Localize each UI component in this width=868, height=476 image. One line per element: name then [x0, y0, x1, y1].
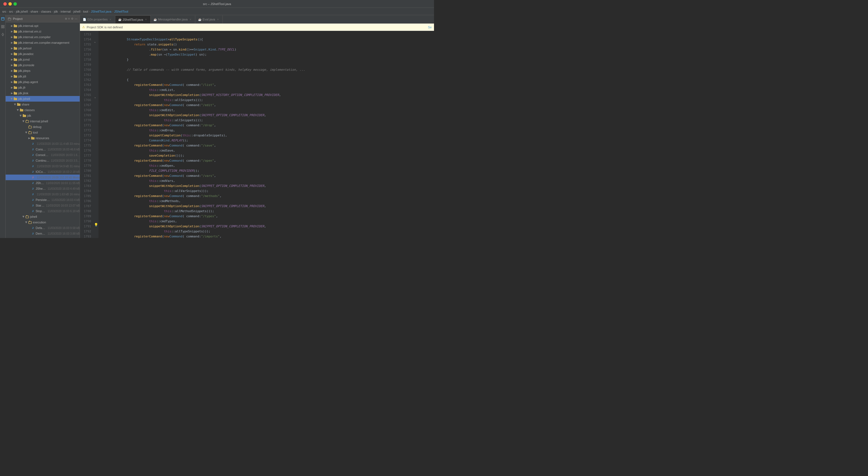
breadcrumb-share[interactable]: share: [31, 10, 38, 13]
svg-rect-43: [23, 115, 26, 117]
svg-rect-20: [14, 47, 15, 48]
tree-item-jdk-jartool[interactable]: ▶ jdk.jartool: [6, 46, 80, 51]
tree-item-jshelltool-java[interactable]: ▶ J JShellTool.java 12/03/2020 18:09 152…: [6, 175, 80, 180]
tree-item-jshell[interactable]: ▶ jshell: [6, 214, 80, 219]
tree-item-jdk-folder[interactable]: ▶ jdk: [6, 113, 80, 118]
breadcrumb-jshelltool[interactable]: JShellTool: [114, 10, 128, 13]
code-line-1774: CommandKind.REPLAY));: [101, 138, 432, 143]
tree-item-startup[interactable]: ▶ J Startup 11/03/2020 16:03 13.07 kB: [6, 203, 80, 208]
tab-eval-close[interactable]: ×: [216, 18, 220, 21]
svg-rect-51: [31, 137, 34, 140]
tree-item-share[interactable]: ▶ share: [6, 101, 80, 107]
tree-item-execution[interactable]: ▶ execution: [6, 219, 80, 225]
tree-item-jdk-jdwp-agent[interactable]: ▶ jdk.jdwp.agent: [6, 79, 80, 85]
tab-messagehandler-close[interactable]: ×: [189, 18, 192, 21]
tree-item-message-handler[interactable]: ▶ J MessageHandler 11/03/2020 16:03 1.63…: [6, 191, 80, 197]
breadcrumb-classes[interactable]: classes: [41, 10, 51, 13]
tab-eval-java[interactable]: ☕ Eval.java ×: [195, 16, 223, 23]
tree-item-arg-tokenizer[interactable]: ▶ J ArgTokenizer 11/03/2020 16:03 11.4 k…: [6, 141, 80, 147]
tab-l10n-close[interactable]: ×: [109, 18, 112, 21]
locate-icon[interactable]: ⊕: [65, 17, 67, 20]
window-title: src – JShellTool.java: [203, 2, 231, 6]
tree-item-persistent-storage[interactable]: ▶ J PersistentStorage 11/03/2020 16:03 4…: [6, 197, 80, 203]
tree-item-tool[interactable]: ▶ tool: [6, 130, 80, 135]
breadcrumb-jdk-jshell[interactable]: jdk.jshell: [16, 10, 28, 13]
breadcrumb-src[interactable]: src: [2, 10, 6, 13]
tree-item-internal-jshell[interactable]: ▶ internal.jshell: [6, 118, 80, 124]
tree-item-debug[interactable]: ▶ debug: [6, 124, 80, 130]
warning-action[interactable]: Se: [428, 26, 432, 29]
breadcrumb-src2[interactable]: src: [9, 10, 13, 13]
svg-point-6: [2, 34, 4, 35]
svg-rect-46: [26, 120, 27, 120]
tab-jshelltool-close[interactable]: ×: [144, 18, 148, 21]
tree-item-jdk-jcmd[interactable]: ▶ jdk.jcmd: [6, 57, 80, 62]
tab-jshelltool-java[interactable]: ☕ JShellTool.java ×: [115, 16, 151, 23]
svg-rect-19: [14, 48, 17, 50]
code-content[interactable]: Stream<TypeDeclSnippet> allTypeSnippets(…: [98, 31, 434, 238]
close-button[interactable]: [3, 2, 7, 6]
tree-item-stop-detecting-input-stream[interactable]: ▶ J StopDetectingInputStream 11/03/2020 …: [6, 208, 80, 214]
tree-item-direct-execution-control[interactable]: ▶ J DirectExecutionControl 11/03/2020 16…: [6, 236, 80, 238]
tree-item-feedback[interactable]: ▶ J Feedback 11/03/2020 16:03 54.9 kB 31…: [6, 163, 80, 169]
breadcrumb-tool[interactable]: tool: [83, 10, 88, 13]
tree-item-jdk-jdi[interactable]: ▶ jdk.jdi: [6, 73, 80, 79]
maximize-button[interactable]: [13, 2, 17, 6]
intention-bulb[interactable]: 💡: [94, 223, 98, 227]
svg-rect-34: [14, 86, 15, 87]
svg-rect-10: [9, 18, 9, 18]
layout-icon[interactable]: ≡: [68, 17, 70, 20]
code-line-1758: }: [101, 57, 432, 62]
sidebar-icon-project[interactable]: [0, 16, 5, 21]
tree-item-console-io-context[interactable]: ▶ J ConsoleIOContext 11/03/2020 16:03 46…: [6, 147, 80, 152]
svg-rect-37: [14, 98, 17, 100]
fold-icon-1755[interactable]: ▸: [95, 41, 96, 43]
code-line-1779: this::cmdOpen,: [101, 163, 432, 169]
breadcrumb-internal[interactable]: internal: [61, 10, 71, 13]
tree-item-jdk-internal-opt[interactable]: ▶ jdk.internal.opt: [6, 23, 80, 29]
tree-item-jdk-jshell[interactable]: ▶ jdk.jshell: [6, 96, 80, 101]
tree-item-continuous-completion-provider[interactable]: ▶ J ContinuousCompletionProvider 11/03/2…: [6, 158, 80, 163]
code-line-1764: this::cmdList,: [101, 88, 432, 93]
collapse-icon[interactable]: —: [74, 17, 78, 20]
svg-rect-41: [20, 109, 23, 112]
svg-rect-4: [1, 27, 2, 28]
tree-item-jdk-internal-vm-compiler[interactable]: ▶ jdk.internal.vm.compiler: [6, 34, 80, 40]
tree-item-jdk-jdeps[interactable]: ▶ jdk.jdeps: [6, 68, 80, 73]
code-line-1754: Stream<TypeDeclSnippet> allTypeSnippets(…: [101, 37, 432, 42]
breadcrumb-jshelltool-java[interactable]: JShellTool.java: [91, 10, 112, 13]
settings-icon[interactable]: ⚙: [71, 17, 73, 20]
breadcrumb-jdk[interactable]: jdk: [54, 10, 58, 13]
tree-item-jshelltool-builder[interactable]: ▶ J JShellToolBuilder 11/03/2020 16:03 1…: [6, 180, 80, 186]
tree-item-io-context[interactable]: ▶ J IOContext 11/03/2020 16:03 2.18 kB: [6, 169, 80, 175]
tree-item-classes[interactable]: ▶ classes: [6, 107, 80, 113]
tree-item-jdk-jconsole[interactable]: ▶ jdk.jconsole: [6, 62, 80, 68]
minimize-button[interactable]: [8, 2, 12, 6]
sidebar-icon-commit[interactable]: [0, 32, 5, 37]
tree-item-console-io-context-test-support[interactable]: ▶ J ConsoleIOContextTestSupport 11/03/20…: [6, 152, 80, 158]
tab-message-handler-java[interactable]: ☕ MessageHandler.java ×: [151, 16, 195, 23]
tree-item-jshelltool-provider[interactable]: ▶ J JShellToolProvider 11/03/2020 16:03 …: [6, 186, 80, 191]
svg-rect-39: [17, 103, 21, 106]
tree-item-resources[interactable]: ▶ resources: [6, 135, 80, 141]
tree-item-demultiplex-input[interactable]: ▶ J DemultiplexInput 11/03/2020 16:03 3.…: [6, 231, 80, 236]
sidebar-icon-structure[interactable]: [0, 24, 5, 29]
tree-item-jdk-javadoc[interactable]: ▶ jdk.javadoc: [6, 51, 80, 57]
project-header-actions[interactable]: ⊕ ≡ ⚙ —: [65, 17, 78, 20]
svg-rect-32: [14, 81, 15, 81]
tree-item-default-loader-delegate[interactable]: ▶ J DefaultLoaderDelegate 11/03/2020 16:…: [6, 225, 80, 231]
tree-item-jdk-internal-vm-ci[interactable]: ▶ jdk.internal.vm.ci: [6, 29, 80, 34]
fold-icon-1762[interactable]: ▾: [95, 96, 96, 99]
tree-item-jdk-jfr[interactable]: ▶ jdk.jfr: [6, 85, 80, 90]
code-line-1753: [101, 32, 432, 37]
window-controls[interactable]: [3, 2, 17, 6]
sidebar-icons: [0, 15, 6, 238]
tree-item-jdk-internal-vm-compiler-mgmt[interactable]: ▶ jdk.internal.vm.compiler.management: [6, 40, 80, 46]
tree-item-jdk-jlink[interactable]: ▶ jdk.jlink: [6, 90, 80, 96]
code-line-1773: snippetCompletion(this::dropableSnippets…: [101, 133, 432, 138]
code-line-1793: registerCommand(new Command( command: "/…: [101, 234, 432, 238]
code-line-1763: registerCommand(new Command( command: "/…: [101, 83, 432, 88]
svg-rect-25: [14, 64, 17, 66]
breadcrumb-jshell[interactable]: jshell: [73, 10, 81, 13]
tab-l10n-properties[interactable]: 📄 l10n.properties ×: [80, 16, 115, 23]
